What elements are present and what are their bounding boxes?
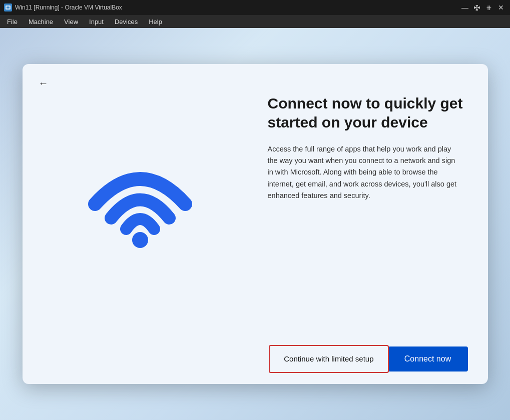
menu-devices[interactable]: Devices [110,16,143,27]
back-button[interactable]: ← [35,74,53,92]
menu-view[interactable]: View [59,16,83,27]
title-bar-controls: ― ⧾ ⧺ ✕ [460,2,506,12]
virtualbox-icon [4,4,12,12]
menu-file[interactable]: File [2,16,23,27]
title-bar-left: Win11 [Running] - Oracle VM VirtualBox [4,4,122,12]
content-area: Connect now to quickly get started on yo… [23,64,488,334]
main-heading: Connect now to quickly get started on yo… [268,94,463,132]
description-text: Access the full range of apps that help … [268,144,463,202]
vm-display-area: ← Connect now to quickly get star [0,28,510,420]
svg-point-3 [132,232,148,248]
resize-button[interactable]: ⧺ [484,2,494,12]
close-button[interactable]: ✕ [496,2,506,12]
bottom-bar: Continue with limited setup Connect now [23,334,488,384]
window-title: Win11 [Running] - Oracle VM VirtualBox [15,4,122,11]
wifi-illustration [85,144,195,254]
setup-card: ← Connect now to quickly get star [23,64,488,384]
restore-button[interactable]: ⧾ [472,2,482,12]
minimize-button[interactable]: ― [460,2,470,12]
right-panel: Connect now to quickly get started on yo… [258,64,488,334]
menu-bar: File Machine View Input Devices Help [0,15,510,28]
menu-help[interactable]: Help [144,16,167,27]
menu-machine[interactable]: Machine [24,16,58,27]
svg-rect-2 [7,6,10,8]
back-arrow-icon: ← [39,78,49,89]
connect-now-button[interactable]: Connect now [388,346,468,372]
left-panel [23,64,258,334]
menu-input[interactable]: Input [84,16,109,27]
title-bar: Win11 [Running] - Oracle VM VirtualBox ―… [0,0,510,15]
continue-limited-button[interactable]: Continue with limited setup [269,345,388,373]
